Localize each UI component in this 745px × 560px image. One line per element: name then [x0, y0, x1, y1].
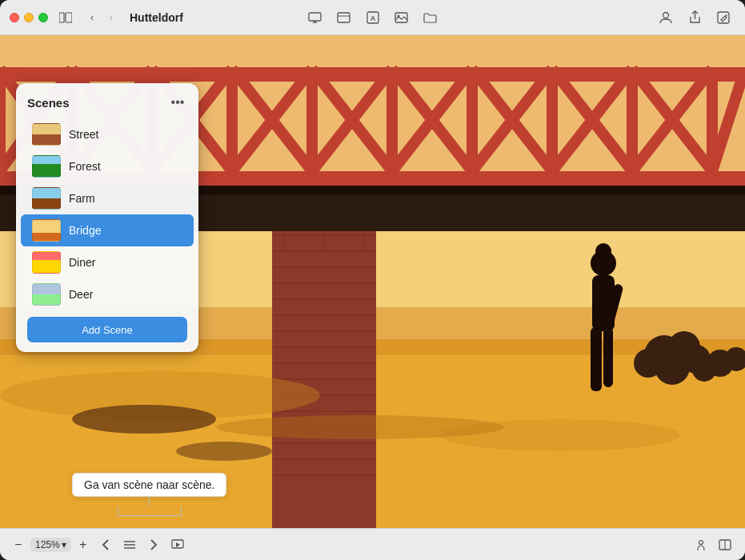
scene-item-bridge[interactable]: Bridge: [21, 214, 194, 246]
close-button[interactable]: [10, 13, 19, 22]
add-scene-button[interactable]: Add Scene: [27, 317, 187, 342]
svg-rect-80: [591, 327, 602, 391]
svg-point-76: [176, 442, 272, 461]
center-toolbar: A: [303, 6, 443, 30]
scene-thumb-street: [32, 123, 61, 146]
titlebar-right-tools: [654, 6, 735, 30]
zoom-level-label: 125%: [35, 539, 60, 550]
forward-button[interactable]: ›: [102, 9, 120, 26]
folder-tool-button[interactable]: [419, 6, 443, 30]
canvas-area: Scenes ••• Street Forest Farm Bridge: [0, 35, 745, 528]
text-tool-button[interactable]: A: [361, 6, 385, 30]
tooltip-text: Ga van scène naar scène.: [84, 478, 214, 491]
svg-point-87: [634, 349, 663, 378]
user-button[interactable]: [654, 6, 678, 30]
svg-rect-0: [59, 13, 64, 22]
scene-item-diner[interactable]: Diner: [21, 246, 194, 278]
monitor-tool-button[interactable]: [303, 6, 327, 30]
media-tool-button[interactable]: [390, 6, 414, 30]
bottom-bar: − 125% ▾ +: [0, 528, 745, 560]
back-button[interactable]: ‹: [83, 9, 101, 26]
svg-point-79: [595, 243, 611, 259]
scene-label-street: Street: [69, 128, 98, 141]
minimize-button[interactable]: [24, 13, 34, 22]
scene-item-farm[interactable]: Farm: [21, 182, 194, 214]
edit-button[interactable]: [711, 6, 735, 30]
svg-point-11: [663, 12, 669, 18]
share-button[interactable]: [683, 6, 707, 30]
bottom-right-tools: [691, 534, 735, 555]
nav-arrows: ‹ ›: [83, 9, 120, 26]
scene-label-deer: Deer: [69, 288, 93, 301]
scene-label-diner: Diner: [69, 256, 95, 269]
layers-tool-button[interactable]: [332, 6, 356, 30]
scenes-header: Scenes •••: [16, 83, 198, 118]
svg-rect-1: [66, 13, 72, 22]
scene-thumb-deer: [32, 283, 61, 306]
svg-point-75: [72, 405, 216, 434]
scene-prev-button[interactable]: [95, 534, 116, 555]
tooltip-connector: [149, 497, 150, 506]
document-title: Hutteldorf: [130, 11, 183, 24]
scenes-title: Scenes: [27, 96, 70, 110]
titlebar: ‹ › Hutteldorf: [0, 0, 745, 35]
scene-thumb-farm: [32, 187, 61, 210]
scene-label-farm: Farm: [69, 192, 95, 205]
scene-next-button[interactable]: [143, 534, 164, 555]
zoom-dropdown[interactable]: 125% ▾: [30, 538, 71, 552]
scene-thumb-diner: [32, 251, 61, 274]
scene-item-street[interactable]: Street: [21, 118, 194, 150]
svg-point-97: [699, 540, 703, 544]
svg-rect-81: [603, 327, 613, 387]
zoom-chevron-icon: ▾: [62, 539, 66, 550]
scene-list-button[interactable]: [119, 534, 140, 555]
svg-marker-96: [176, 542, 180, 547]
tooltip-area: Ga van scène naar scène.: [72, 473, 226, 516]
scenes-panel: Scenes ••• Street Forest Farm Bridge: [16, 83, 198, 352]
app-window: ‹ › Hutteldorf: [0, 0, 745, 560]
zoom-in-button[interactable]: +: [74, 536, 92, 554]
scene-label-forest: Forest: [69, 160, 101, 173]
tooltip-bracket: [118, 506, 182, 516]
svg-point-91: [216, 415, 504, 439]
accessibility-button[interactable]: [691, 534, 711, 555]
presentation-button[interactable]: [167, 534, 188, 555]
scenes-more-button[interactable]: •••: [168, 93, 187, 112]
svg-rect-16: [272, 219, 376, 528]
sidebar-toggle-button[interactable]: [54, 6, 77, 29]
svg-rect-2: [309, 13, 321, 21]
svg-rect-5: [338, 13, 350, 22]
svg-text:A: A: [370, 14, 375, 22]
view-mode-button[interactable]: [715, 534, 735, 555]
scene-item-forest[interactable]: Forest: [21, 150, 194, 182]
scene-item-deer[interactable]: Deer: [21, 278, 194, 310]
zoom-out-button[interactable]: −: [10, 536, 27, 554]
scene-thumb-bridge: [32, 219, 61, 242]
tooltip-box: Ga van scène naar scène.: [72, 473, 226, 497]
scene-thumb-forest: [32, 155, 61, 178]
maximize-button[interactable]: [38, 13, 48, 22]
scene-label-bridge: Bridge: [69, 224, 101, 237]
traffic-lights: [10, 13, 48, 22]
